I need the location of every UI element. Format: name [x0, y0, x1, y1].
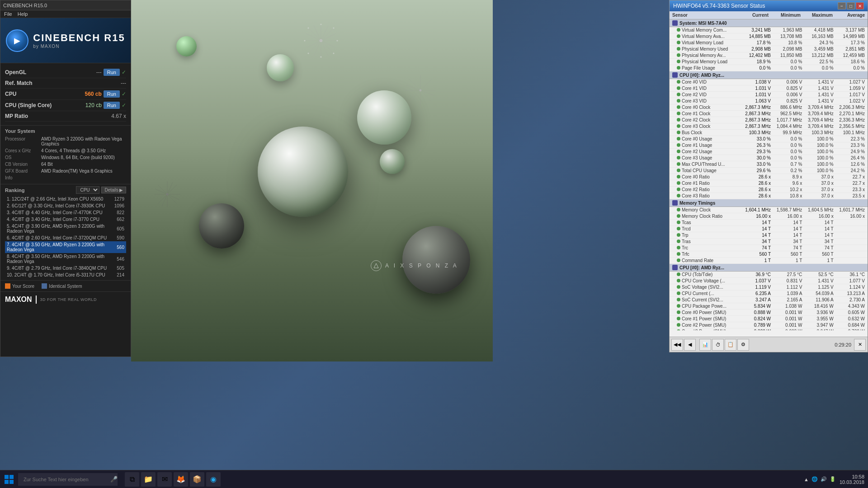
- taskbar-search-input[interactable]: [18, 473, 118, 486]
- hwinfo-sensor-name: Core #3 Clock: [677, 124, 740, 129]
- hwinfo-row-3-4[interactable]: SoC Current (SVI2... 3.247 A 2.165 A 11.…: [670, 297, 868, 303]
- hwinfo-row-2-8[interactable]: Command Rate 1 T 1 T 1 T: [670, 258, 868, 264]
- hwinfo-row-1-15[interactable]: Core #0 Ratio 28.6 x 8.9 x 37.0 x 22.7 x: [670, 174, 868, 180]
- hwinfo-row-1-0[interactable]: Core #0 VID 1.038 V 0.006 V 1.431 V 1.02…: [670, 79, 868, 85]
- svg-line-6: [321, 41, 334, 53]
- hwinfo-sensor-avg: 0.605 W: [834, 310, 865, 315]
- hwinfo-row-1-12[interactable]: Core #3 Usage 30.0 % 0.0 % 100.0 % 26.4 …: [670, 155, 868, 161]
- hwinfo-row-3-1[interactable]: CPU Core Voltage (... 1.037 V 0.831 V 1.…: [670, 278, 868, 284]
- hwinfo-row-3-2[interactable]: SoC Voltage (SVI2... 1.119 V 1.112 V 1.1…: [670, 284, 868, 291]
- hwinfo-row-0-6[interactable]: Page File Usage 0.0 % 0.0 % 0.0 % 0.0 %: [670, 65, 868, 71]
- hwinfo-sensor-dot: [677, 105, 680, 109]
- hwinfo-row-0-3[interactable]: Physical Memory Used 2,908 MB 2,098 MB 3…: [670, 46, 868, 52]
- svg-line-16: [306, 41, 321, 48]
- hwinfo-row-0-0[interactable]: Virtual Memory Com... 3,241 MB 1,963 MB …: [670, 27, 868, 33]
- hwinfo-row-3-3[interactable]: CPU Current (... 6.235 A 1.039 A 54.039 …: [670, 291, 868, 297]
- hwinfo-row-1-3[interactable]: Core #3 VID 1.063 V 0.825 V 1.431 V 1.02…: [670, 98, 868, 104]
- hwinfo-row-2-2[interactable]: Tcas 14 T 14 T 14 T: [670, 220, 868, 226]
- hwinfo-row-3-6[interactable]: Core #0 Power (SMU) 0.888 W 0.001 W 3.93…: [670, 310, 868, 316]
- hwinfo-row-1-1[interactable]: Core #1 VID 1.031 V 0.825 V 1.431 V 1.05…: [670, 85, 868, 92]
- cpu-run-button[interactable]: Run: [104, 90, 120, 98]
- start-button[interactable]: [0, 470, 18, 488]
- ranking-item-7[interactable]: 7. 4C/4T @ 3.50 GHz, AMD Ryzen 3 2200G w…: [5, 241, 126, 253]
- hwinfo-row-0-1[interactable]: Virtual Memory Ava... 14,885 MB 13,708 M…: [670, 33, 868, 40]
- hwinfo-row-1-4[interactable]: Core #0 Clock 2,867.3 MHz 886.6 MHz 3,70…: [670, 104, 868, 111]
- hwinfo-row-2-6[interactable]: Trc 74 T 74 T 74 T: [670, 245, 868, 251]
- hwinfo-row-1-16[interactable]: Core #1 Ratio 28.6 x 9.6 x 37.0 x 22.7 x: [670, 180, 868, 187]
- starburst-2: [402, 72, 439, 108]
- search-mic-icon[interactable]: 🎤: [110, 476, 118, 483]
- hwinfo-settings-button[interactable]: ⚙: [737, 339, 749, 351]
- ranking-item-2[interactable]: 2. 6C/12T @ 3.30 GHz, Intel Core i7-3930…: [5, 202, 126, 209]
- hwinfo-row-1-11[interactable]: Core #2 Usage 29.3 % 0.0 % 100.0 % 24.9 …: [670, 149, 868, 155]
- taskbar-clock[interactable]: 10:58 10.03.2018: [840, 474, 864, 485]
- hwinfo-sensor-max: 37.0 x: [802, 174, 833, 179]
- taskbar-task-view-button[interactable]: ⧉: [125, 472, 139, 487]
- hwinfo-row-2-5[interactable]: Tras 34 T 34 T 34 T: [670, 239, 868, 245]
- hwinfo-row-3-7[interactable]: Core #1 Power (SMU) 0.824 W 0.001 W 3.95…: [670, 316, 868, 322]
- hwinfo-row-2-3[interactable]: Trcd 14 T 14 T 14 T: [670, 226, 868, 232]
- hwinfo-report-button[interactable]: 📋: [725, 339, 736, 351]
- ranking-item-1[interactable]: 1. 12C/24T @ 2.66 GHz, Intel Xeon CPU X5…: [5, 196, 126, 202]
- hwinfo-row-3-0[interactable]: CPU (Tcb/Tdie) 36.9 °C 27.5 °C 52.5 °C 3…: [670, 272, 868, 278]
- cinebench-menu-help[interactable]: Help: [18, 11, 28, 17]
- hwinfo-row-2-4[interactable]: Trp 14 T 14 T 14 T: [670, 232, 868, 239]
- hwinfo-row-0-4[interactable]: Physical Memory Av... 12,402 MB 11,850 M…: [670, 52, 868, 59]
- taskbar-firefox-icon[interactable]: 🦊: [174, 472, 188, 487]
- tray-volume-icon[interactable]: 🔊: [821, 476, 827, 482]
- hwinfo-section-1: CPU [#0]: AMD Ryz...: [670, 71, 868, 79]
- hwinfo-reset-button[interactable]: ✕: [854, 339, 866, 351]
- hwinfo-row-1-7[interactable]: Core #3 Clock 2,867.3 MHz 1,084.4 MHz 3,…: [670, 123, 868, 130]
- hwinfo-row-1-17[interactable]: Core #2 Ratio 28.6 x 10.2 x 37.0 x 23.3 …: [670, 187, 868, 193]
- hwinfo-row-1-8[interactable]: Bus Clock 100.3 MHz 99.9 MHz 100.3 MHz 1…: [670, 130, 868, 136]
- ranking-item-6[interactable]: 6. 4C/8T @ 2.60 GHz, Intel Core i7-3720Q…: [5, 235, 126, 241]
- opengl-run-button[interactable]: Run: [104, 69, 120, 76]
- hwinfo-row-2-1[interactable]: Memory Clock Ratio 16.00 x 16.00 x 16.00…: [670, 213, 868, 220]
- hwinfo-row-3-8[interactable]: Core #2 Power (SMU) 0.789 W 0.001 W 3.94…: [670, 322, 868, 328]
- hwinfo-row-1-2[interactable]: Core #2 VID 1.031 V 0.006 V 1.431 V 1.01…: [670, 92, 868, 98]
- hwinfo-restore-button[interactable]: □: [847, 2, 855, 9]
- hwinfo-close-button[interactable]: ✕: [856, 2, 864, 9]
- hwinfo-minimize-button[interactable]: −: [838, 2, 846, 9]
- hwinfo-row-1-13[interactable]: Max CPU/Thread U... 33.0 % 0.7 % 100.0 %…: [670, 161, 868, 168]
- ranking-item-8[interactable]: 8. 4C/4T @ 3.50 GHz, AMD Ryzen 3 2200G w…: [5, 253, 126, 265]
- hwinfo-row-1-18[interactable]: Core #3 Ratio 28.6 x 10.8 x 37.0 x 23.5 …: [670, 193, 868, 199]
- sys-cb-version-label: CB Version: [5, 162, 41, 167]
- ranking-item-3[interactable]: 3. 4C/8T @ 4.40 GHz, Intel Core i7-4770K…: [5, 209, 126, 216]
- hwinfo-sensor-dot: [677, 317, 680, 320]
- hwinfo-row-1-14[interactable]: Total CPU Usage 29.6 % 0.2 % 100.0 % 24.…: [670, 168, 868, 174]
- hwinfo-nav-prev-button[interactable]: ◀: [684, 339, 696, 351]
- hwinfo-nav-back-button[interactable]: ◀◀: [671, 339, 683, 351]
- hwinfo-sensor-current: 0.820 W: [740, 329, 771, 330]
- ranking-item-10[interactable]: 10. 2C/4T @ 1.70 GHz, Intel Core i5-3317…: [5, 272, 126, 278]
- ranking-filter-dropdown[interactable]: CPU: [76, 186, 99, 194]
- hwinfo-row-1-9[interactable]: Core #0 Usage 33.0 % 0.0 % 100.0 % 22.3 …: [670, 136, 868, 142]
- hwinfo-timer-button[interactable]: ⏱: [712, 339, 724, 351]
- taskbar-file-explorer-icon[interactable]: 📁: [141, 472, 156, 487]
- svg-line-31: [420, 90, 432, 102]
- sphere-small-2: [176, 36, 197, 56]
- hwinfo-row-2-0[interactable]: Memory Clock 1,604.1 MHz 1,598.7 MHz 1,6…: [670, 207, 868, 213]
- hwinfo-sensor-min: 10.2 x: [771, 187, 802, 192]
- hwinfo-row-3-5[interactable]: CPU Package Powe... 5.834 W 1.038 W 18.4…: [670, 303, 868, 310]
- taskbar-mail-icon[interactable]: ✉: [157, 472, 172, 487]
- hwinfo-row-1-10[interactable]: Core #1 Usage 26.3 % 0.0 % 100.0 % 23.3 …: [670, 142, 868, 149]
- cpu-single-run-button[interactable]: Run: [104, 102, 120, 109]
- hwinfo-row-0-2[interactable]: Virtual Memory Load 17.8 % 10.8 % 24.3 %…: [670, 40, 868, 46]
- ranking-details-button[interactable]: Details ▶: [101, 187, 126, 193]
- ranking-item-9[interactable]: 9. 4C/8T @ 2.79 GHz, Intel Core i7-3840Q…: [5, 265, 126, 272]
- hwinfo-row-0-5[interactable]: Physical Memory Load 18.9 % 0.0 % 22.5 %…: [670, 59, 868, 65]
- hwinfo-sensor-avg: 2,356.5 MHz: [834, 124, 865, 129]
- hwinfo-row-2-7[interactable]: Trfc 560 T 560 T 560 T: [670, 251, 868, 258]
- hwinfo-row-1-5[interactable]: Core #1 Clock 2,867.3 MHz 962.5 MHz 3,70…: [670, 111, 868, 117]
- hwinfo-row-1-6[interactable]: Core #2 Clock 2,867.3 MHz 1,017.7 MHz 3,…: [670, 117, 868, 123]
- ranking-item-5[interactable]: 5. 4C/4T @ 3.90 GHz, AMD Ryzen 3 2200G w…: [5, 223, 126, 235]
- taskbar-app5-icon[interactable]: 📦: [190, 472, 204, 487]
- hwinfo-row-3-9[interactable]: Core #3 Power (SMU) 0.820 W 0.003 W 3.94…: [670, 328, 868, 330]
- hwinfo-graph-button[interactable]: 📊: [699, 339, 711, 351]
- ranking-item-4[interactable]: 4. 4C/8T @ 3.40 GHz, Intel Core i7-3770 …: [5, 216, 126, 223]
- cinebench-menu-file[interactable]: File: [4, 11, 12, 17]
- hwinfo-sensor-dot: [677, 181, 680, 185]
- tray-expand-icon[interactable]: ▲: [804, 477, 809, 482]
- taskbar-app6-icon[interactable]: ◉: [206, 472, 221, 487]
